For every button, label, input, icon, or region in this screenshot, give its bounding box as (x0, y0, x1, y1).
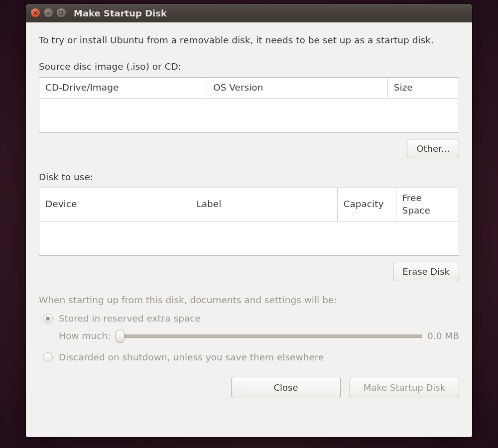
radio-stored (43, 314, 53, 324)
source-label: Source disc image (.iso) or CD: (39, 61, 459, 73)
window-maximize-button[interactable] (57, 8, 66, 17)
slider-value: 0.0 MB (427, 330, 459, 342)
source-col-os[interactable]: OS Version (207, 77, 387, 98)
close-button[interactable]: Close (231, 377, 341, 398)
persistence-title: When starting up from this disk, documen… (39, 294, 459, 307)
radio-stored-label: Stored in reserved extra space (59, 313, 201, 325)
persistence-section: When starting up from this disk, documen… (39, 294, 459, 364)
source-table-empty (39, 98, 459, 132)
window-close-button[interactable] (31, 8, 40, 17)
titlebar[interactable]: Make Startup Disk (26, 4, 472, 22)
radio-stored-row: Stored in reserved extra space (43, 313, 459, 325)
radio-discarded (43, 352, 53, 362)
radio-discarded-row: Discarded on shutdown, unless you save t… (43, 351, 459, 364)
window-title: Make Startup Disk (74, 8, 167, 18)
svg-rect-0 (60, 11, 63, 14)
source-table[interactable]: CD-Drive/Image OS Version Size (39, 77, 459, 133)
disk-col-label[interactable]: Label (190, 188, 337, 221)
disk-label: Disk to use: (39, 171, 459, 184)
window-content: To try or install Ubuntu from a removabl… (26, 22, 472, 408)
source-col-image[interactable]: CD-Drive/Image (39, 77, 207, 98)
disk-table-empty (39, 221, 459, 255)
window-minimize-button[interactable] (44, 8, 53, 17)
slider-track (116, 335, 422, 338)
how-much-slider (116, 331, 422, 341)
disk-table[interactable]: Device Label Capacity Free Space (39, 188, 459, 256)
source-col-size[interactable]: Size (387, 77, 459, 98)
intro-text: To try or install Ubuntu from a removabl… (39, 34, 459, 47)
make-startup-disk-button: Make Startup Disk (350, 377, 459, 398)
how-much-label: How much: (59, 330, 111, 342)
slider-thumb (116, 330, 124, 342)
radio-discarded-label: Discarded on shutdown, unless you save t… (59, 351, 324, 364)
footer-buttons: Close Make Startup Disk (39, 377, 459, 398)
disk-col-device[interactable]: Device (39, 188, 190, 221)
erase-disk-button[interactable]: Erase Disk (393, 262, 459, 281)
disk-col-free[interactable]: Free Space (396, 188, 459, 221)
disk-col-capacity[interactable]: Capacity (337, 188, 396, 221)
how-much-row: How much: 0.0 MB (59, 330, 459, 342)
make-startup-disk-window: Make Startup Disk To try or install Ubun… (26, 4, 472, 437)
other-button[interactable]: Other... (407, 139, 459, 158)
